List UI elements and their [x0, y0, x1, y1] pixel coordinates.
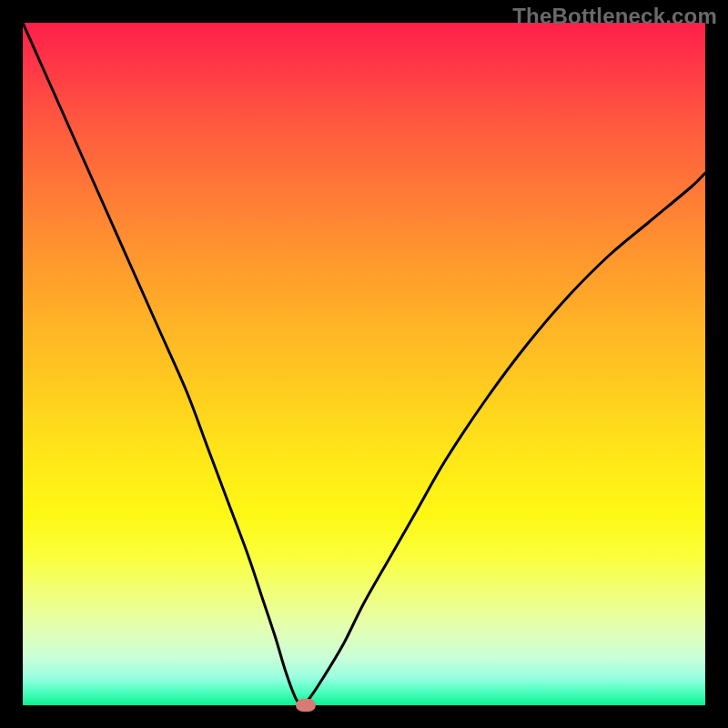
watermark-text: TheBottleneck.com — [512, 4, 717, 29]
plot-area — [23, 23, 705, 705]
bottleneck-curve — [23, 23, 705, 705]
minimum-marker — [296, 699, 316, 712]
curve-svg — [23, 23, 705, 705]
chart-frame: TheBottleneck.com — [0, 0, 728, 728]
